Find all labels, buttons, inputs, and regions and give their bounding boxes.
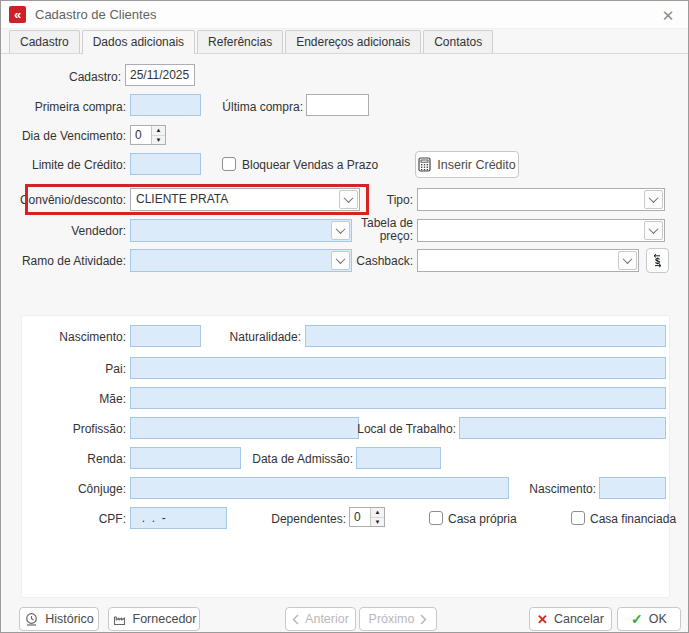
dia-vencimento-arrows: ▲ ▼ [151, 126, 165, 144]
proximo-button[interactable]: Próximo [359, 607, 437, 631]
bloquear-vendas-label: Bloquear Vendas a Prazo [242, 158, 378, 172]
chevron-down-icon[interactable] [339, 190, 358, 209]
ramo-atividade-label: Ramo de Atividade: [22, 254, 126, 268]
conjuge-nascimento-label: Nascimento: [529, 482, 596, 496]
data-admissao-field[interactable] [356, 447, 441, 469]
primeira-compra-field[interactable] [130, 94, 201, 116]
window-title: Cadastro de Clientes [35, 7, 156, 22]
dia-vencimento-stepper[interactable]: 0 ▲ ▼ [130, 125, 166, 145]
ok-button-label: OK [649, 612, 667, 626]
limite-credito-field[interactable] [130, 153, 201, 175]
conjuge-nascimento-field[interactable] [599, 477, 666, 499]
dependentes-stepper[interactable]: 0 ▲ ▼ [349, 507, 385, 527]
tab-cadastro[interactable]: Cadastro [9, 30, 80, 53]
renda-field[interactable] [130, 447, 241, 469]
conjuge-label: Cônjuge: [78, 482, 126, 496]
calculator-icon [418, 157, 431, 172]
chevron-left-icon [292, 614, 299, 625]
factory-icon [112, 612, 127, 627]
tab-referencias[interactable]: Referências [197, 30, 283, 53]
historico-button-label: Histórico [45, 612, 94, 626]
tipo-label: Tipo: [387, 193, 413, 207]
tab-enderecos-adicionais[interactable]: Endereços adicionais [285, 30, 421, 53]
tabela-preco-select[interactable] [417, 219, 665, 242]
tipo-select[interactable] [417, 188, 665, 211]
profissao-field[interactable] [130, 417, 359, 439]
chevron-right-icon [420, 614, 427, 625]
convenio-desconto-label: Convênio/desconto: [20, 193, 126, 207]
pai-field[interactable] [130, 357, 666, 379]
tipo-value [418, 189, 643, 210]
ok-button[interactable]: ✓ OK [617, 607, 681, 631]
chevron-down-icon[interactable] [331, 251, 350, 270]
casa-financiada-label: Casa financiada [590, 512, 676, 526]
cashback-select[interactable] [417, 249, 639, 272]
app-logo-icon: « [9, 6, 26, 23]
vendedor-select[interactable] [130, 219, 352, 242]
anterior-button-label: Anterior [305, 612, 349, 626]
cashback-exchange-button[interactable]: $ [646, 248, 669, 273]
data-admissao-label: Data de Admissão: [252, 452, 353, 466]
dia-vencimento-label: Dia de Vencimento: [22, 129, 126, 143]
dia-vencimento-value: 0 [131, 126, 151, 144]
convenio-desconto-value: CLIENTE PRATA [131, 189, 338, 210]
inserir-credito-button-label: Inserir Crédito [437, 158, 516, 172]
ramo-atividade-value [131, 250, 330, 271]
casa-propria-checkbox[interactable] [429, 511, 443, 525]
close-icon[interactable]: ✕ [658, 6, 678, 26]
spin-down-icon[interactable]: ▼ [371, 518, 384, 527]
ultima-compra-label: Última compra: [222, 100, 303, 114]
mae-label: Mãe: [99, 392, 126, 406]
chevron-down-icon[interactable] [644, 221, 663, 240]
casa-propria-label: Casa própria [448, 512, 517, 526]
spin-up-icon[interactable]: ▲ [371, 508, 384, 518]
ramo-atividade-select[interactable] [130, 249, 352, 272]
limite-credito-label: Limite de Crédito: [32, 158, 126, 172]
nascimento-label: Nascimento: [59, 330, 126, 344]
cadastro-label: Cadastro: [69, 70, 121, 84]
vendedor-label: Vendedor: [71, 224, 126, 238]
pai-label: Pai: [105, 362, 126, 376]
convenio-desconto-select[interactable]: CLIENTE PRATA [130, 188, 360, 211]
mae-field[interactable] [130, 387, 666, 409]
bloquear-vendas-checkbox[interactable] [222, 157, 236, 171]
anterior-button[interactable]: Anterior [285, 607, 356, 631]
tab-contatos[interactable]: Contatos [423, 30, 493, 53]
cancel-x-icon: ✕ [537, 612, 548, 627]
conjuge-field[interactable] [130, 477, 509, 499]
tabela-preco-label-line2: preço: [380, 229, 413, 243]
proximo-button-label: Próximo [369, 612, 415, 626]
renda-label: Renda: [87, 452, 126, 466]
chevron-down-icon[interactable] [644, 190, 663, 209]
dependentes-label: Dependentes: [271, 512, 346, 526]
naturalidade-label: Naturalidade: [230, 330, 301, 344]
chevron-down-icon[interactable] [618, 251, 637, 270]
history-icon [24, 612, 39, 627]
historico-button[interactable]: Histórico [19, 607, 99, 631]
cadastro-date-field[interactable] [125, 64, 195, 86]
cpf-label: CPF: [99, 512, 126, 526]
cpf-field[interactable] [130, 507, 227, 529]
primeira-compra-label: Primeira compra: [35, 100, 126, 114]
dependentes-arrows: ▲ ▼ [370, 508, 384, 526]
nascimento-field[interactable] [130, 325, 201, 347]
ultima-compra-field[interactable] [306, 94, 369, 116]
cadastro-de-clientes-dialog: « Cadastro de Clientes ✕ Cadastro Dados … [0, 0, 689, 633]
cancelar-button-label: Cancelar [554, 612, 604, 626]
naturalidade-field[interactable] [305, 325, 666, 347]
chevron-down-icon[interactable] [331, 221, 350, 240]
casa-financiada-checkbox[interactable] [571, 511, 585, 525]
cancelar-button[interactable]: ✕ Cancelar [529, 607, 612, 631]
local-trabalho-field[interactable] [459, 417, 666, 439]
spin-up-icon[interactable]: ▲ [152, 126, 165, 136]
cashback-label: Cashback: [356, 254, 413, 268]
title-bar: « Cadastro de Clientes ✕ [1, 1, 688, 29]
currency-exchange-icon: $ [650, 253, 665, 268]
inserir-credito-button[interactable]: Inserir Crédito [415, 151, 519, 178]
tabela-preco-value [418, 220, 643, 241]
fornecedor-button[interactable]: Fornecedor [108, 607, 200, 631]
cashback-value [418, 250, 617, 271]
spin-down-icon[interactable]: ▼ [152, 136, 165, 145]
tab-dados-adicionais[interactable]: Dados adicionais [82, 30, 195, 54]
tabela-preco-label-line1: Tabela de [361, 216, 413, 230]
